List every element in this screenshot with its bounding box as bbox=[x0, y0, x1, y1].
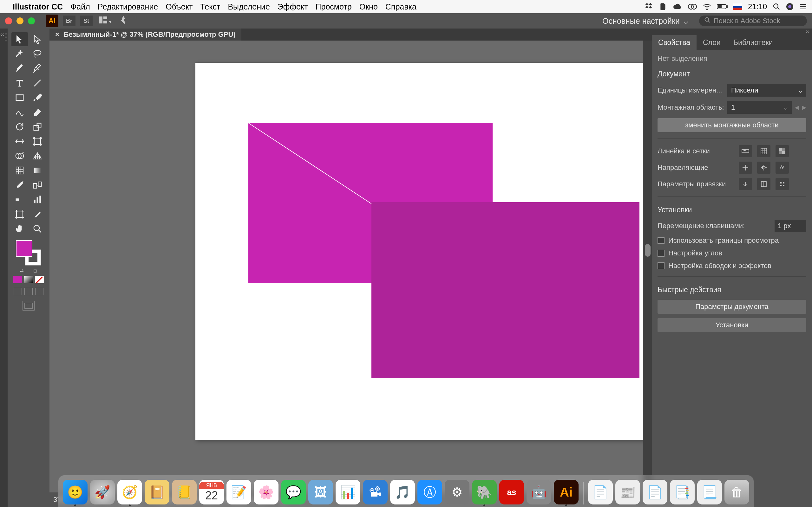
shape-rectangle-2[interactable] bbox=[371, 202, 640, 378]
wifi-icon[interactable] bbox=[703, 3, 711, 10]
swap-fill-stroke-icon[interactable]: ⇄ bbox=[20, 268, 24, 273]
dock-reminders-icon[interactable]: 📝 bbox=[226, 480, 251, 504]
column-graph-tool[interactable] bbox=[29, 193, 46, 207]
ruler-icon[interactable] bbox=[739, 145, 752, 157]
eraser-tool[interactable] bbox=[29, 105, 46, 119]
dock-keynote-icon[interactable]: 📽 bbox=[363, 480, 388, 504]
blend-tool[interactable] bbox=[29, 178, 46, 192]
magic-wand-tool[interactable] bbox=[11, 47, 28, 61]
hand-tool[interactable] bbox=[11, 222, 28, 236]
dock-safari-icon[interactable]: 🧭 bbox=[117, 480, 142, 504]
dock-messages-icon[interactable]: 💬 bbox=[281, 480, 306, 504]
bridge-button[interactable]: Br bbox=[63, 15, 75, 26]
shaper-tool[interactable] bbox=[11, 105, 28, 119]
menu-file[interactable]: Файл bbox=[70, 2, 90, 11]
menu-help[interactable]: Справка bbox=[386, 2, 416, 11]
dock-finder-icon[interactable]: 🙂 bbox=[63, 480, 88, 504]
dock-trash-icon[interactable]: 🗑 bbox=[724, 480, 749, 504]
menu-edit[interactable]: Редактирование bbox=[98, 2, 158, 11]
dock-doc-1-icon[interactable]: 📄 bbox=[588, 480, 613, 504]
spotlight-icon[interactable] bbox=[773, 3, 780, 10]
eyedropper-tool[interactable] bbox=[11, 178, 28, 192]
stock-button[interactable]: St bbox=[80, 15, 93, 26]
default-fill-stroke-icon[interactable]: ◻ bbox=[33, 268, 37, 273]
stock-search-input[interactable]: Поиск в Adobe Stock bbox=[699, 15, 807, 26]
menu-object[interactable]: Объект bbox=[165, 2, 193, 11]
units-select[interactable]: Пиксели ⌵ bbox=[727, 84, 806, 97]
shape-builder-tool[interactable] bbox=[11, 149, 28, 163]
dock-numbers-icon[interactable]: 📊 bbox=[336, 480, 360, 504]
edit-artboards-button[interactable]: зменить монтажные области bbox=[658, 118, 806, 132]
fill-stroke-swatch[interactable] bbox=[16, 240, 41, 266]
dock-doc-2-icon[interactable]: 📰 bbox=[615, 480, 640, 504]
color-mode-gradient[interactable] bbox=[24, 276, 33, 283]
color-mode-fill[interactable] bbox=[13, 276, 22, 283]
dock-appstore-icon[interactable]: Ⓐ bbox=[417, 480, 442, 504]
menu-view[interactable]: Просмотр bbox=[316, 2, 352, 11]
keyboard-increment-input[interactable]: 1 px bbox=[774, 220, 806, 232]
workspace-switcher[interactable]: Основные настройки ⌵ bbox=[602, 16, 695, 26]
clock[interactable]: 21:10 bbox=[748, 2, 767, 11]
scale-corners-checkbox[interactable]: Настройка углов bbox=[658, 249, 806, 257]
menu-type[interactable]: Текст bbox=[200, 2, 220, 11]
width-tool[interactable] bbox=[11, 134, 28, 148]
tab-properties[interactable]: Свойства bbox=[652, 35, 697, 50]
snap-to-pixel-icon[interactable] bbox=[775, 178, 789, 190]
dock-illustrator-icon[interactable]: Ai bbox=[554, 480, 578, 504]
use-preview-bounds-checkbox[interactable]: Использовать границы просмотра bbox=[658, 236, 806, 245]
artboard-select[interactable]: 1 ⌵ bbox=[727, 101, 792, 114]
pen-tool[interactable] bbox=[11, 61, 28, 75]
dock-doc-4-icon[interactable]: 📑 bbox=[670, 480, 695, 504]
dock-contacts-icon[interactable]: 📒 bbox=[172, 480, 197, 504]
app-name[interactable]: Illustrator CC bbox=[13, 2, 63, 11]
next-artboard-icon[interactable]: ▶ bbox=[802, 104, 806, 111]
lasso-tool[interactable] bbox=[29, 47, 46, 61]
dock-lastfm-icon[interactable]: as bbox=[499, 480, 524, 504]
gpu-preview-icon[interactable] bbox=[118, 15, 129, 26]
canvas[interactable] bbox=[49, 41, 652, 493]
shape-line[interactable] bbox=[248, 123, 493, 204]
dock-launchpad-icon[interactable]: 🚀 bbox=[90, 480, 115, 504]
dock-doc-3-icon[interactable]: 📄 bbox=[643, 480, 667, 504]
battery-icon[interactable] bbox=[717, 4, 728, 9]
dock-photos-icon[interactable]: 🌸 bbox=[254, 480, 278, 504]
dropbox-icon[interactable] bbox=[645, 3, 653, 11]
type-tool[interactable] bbox=[11, 76, 28, 90]
dock-notes-icon[interactable]: 📔 bbox=[145, 480, 169, 504]
panel-collapse-icon[interactable]: ›› bbox=[652, 29, 812, 35]
draw-normal-icon[interactable] bbox=[14, 288, 22, 295]
curvature-tool[interactable] bbox=[29, 61, 46, 75]
tab-libraries[interactable]: Библиотеки bbox=[727, 35, 779, 50]
snap-to-point-icon[interactable] bbox=[739, 178, 752, 190]
guides-visibility-icon[interactable] bbox=[739, 162, 752, 174]
prev-artboard-icon[interactable]: ◀ bbox=[795, 104, 799, 111]
tab-layers[interactable]: Слои bbox=[697, 35, 727, 50]
menu-select[interactable]: Выделение bbox=[228, 2, 270, 11]
preferences-button[interactable]: Установки bbox=[658, 318, 806, 332]
minimize-button[interactable] bbox=[16, 17, 23, 24]
scale-tool[interactable] bbox=[29, 120, 46, 134]
line-segment-tool[interactable] bbox=[29, 76, 46, 90]
rotate-tool[interactable] bbox=[11, 120, 28, 134]
maximize-button[interactable] bbox=[28, 17, 35, 24]
arrange-documents-icon[interactable]: ▾ bbox=[97, 16, 113, 25]
grid-icon[interactable] bbox=[757, 145, 770, 157]
color-mode-none[interactable] bbox=[35, 276, 44, 283]
document-setup-button[interactable]: Параметры документа bbox=[658, 300, 806, 314]
dock-calendar-icon[interactable]: ЯНВ22 bbox=[199, 480, 224, 504]
free-transform-tool[interactable] bbox=[29, 134, 46, 148]
dock-preview-icon[interactable]: 🖼 bbox=[308, 480, 333, 504]
paintbrush-tool[interactable] bbox=[29, 91, 46, 105]
vertical-scrollbar[interactable] bbox=[643, 41, 652, 493]
evernote-icon[interactable] bbox=[659, 3, 667, 11]
dock-system-preferences-icon[interactable]: ⚙ bbox=[445, 480, 469, 504]
draw-inside-icon[interactable] bbox=[35, 288, 44, 295]
cloud-icon[interactable] bbox=[673, 3, 682, 10]
mesh-tool[interactable] bbox=[11, 164, 28, 177]
artboard-tool[interactable] bbox=[11, 207, 28, 221]
collapsed-panel-gutter[interactable]: ‹‹IIIIIII bbox=[0, 29, 8, 507]
close-tab-icon[interactable]: × bbox=[55, 31, 59, 39]
transparency-grid-icon[interactable] bbox=[775, 145, 789, 157]
scale-strokes-checkbox[interactable]: Настройка обводок и эффектов bbox=[658, 262, 806, 270]
input-source-flag[interactable] bbox=[733, 3, 742, 10]
